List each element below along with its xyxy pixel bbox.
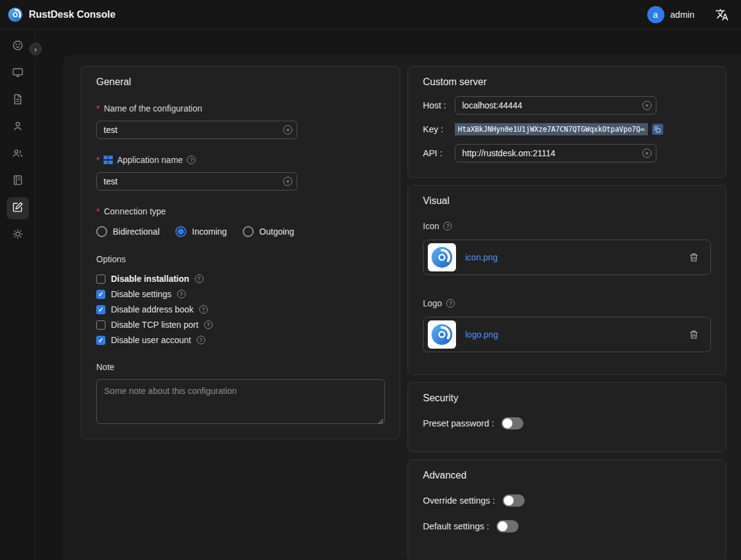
icon-label: Icon bbox=[423, 221, 439, 231]
help-icon[interactable] bbox=[195, 274, 203, 283]
checkbox-disable-user-account[interactable]: Disable user account bbox=[96, 335, 385, 345]
layout: General Name of the configuration Applic… bbox=[0, 29, 741, 560]
default-settings-label: Default settings : bbox=[423, 521, 489, 531]
avatar[interactable]: a bbox=[647, 6, 664, 23]
settings-icon bbox=[12, 228, 24, 243]
rustdesk-logo-icon bbox=[7, 7, 23, 23]
sidebar-item-users[interactable] bbox=[7, 116, 29, 138]
sidebar-item-status[interactable] bbox=[7, 36, 29, 58]
logo-label-row: Logo bbox=[423, 298, 711, 308]
advanced-title: Advanced bbox=[423, 470, 711, 481]
right-column: Custom server Host : Key : HtaXBkJNHyn0e… bbox=[408, 66, 726, 560]
note-wrap bbox=[96, 379, 385, 424]
radio-incoming[interactable]: Incoming bbox=[175, 226, 227, 237]
visual-title: Visual bbox=[423, 195, 711, 206]
checkbox[interactable] bbox=[96, 274, 105, 284]
username: admin bbox=[671, 10, 695, 20]
host-input[interactable] bbox=[455, 96, 656, 115]
config-name-label-row: Name of the configuration bbox=[96, 104, 385, 113]
app-name-input-wrap bbox=[96, 172, 297, 191]
general-title: General bbox=[96, 77, 385, 88]
default-settings-toggle[interactable] bbox=[496, 520, 519, 532]
server-key-value[interactable]: HtaXBkJNHyn0e1U1jWXze7A7CN7QTGWqxkOtpaVp… bbox=[455, 123, 648, 135]
security-card: Security Preset password : bbox=[408, 382, 726, 452]
header: RustDesk Console a admin bbox=[0, 0, 741, 29]
config-name-input[interactable] bbox=[96, 121, 297, 139]
groups-icon bbox=[12, 147, 24, 162]
connection-type-label: Connection type bbox=[104, 206, 165, 216]
app-name-label: Application name bbox=[117, 155, 183, 165]
help-icon[interactable] bbox=[187, 156, 196, 164]
radio-bidirectional[interactable]: Bidirectional bbox=[96, 226, 159, 237]
sidebar-item-custom-client[interactable] bbox=[7, 197, 29, 219]
config-name-label: Name of the configuration bbox=[104, 104, 202, 113]
translate-icon[interactable] bbox=[715, 8, 729, 21]
toggle-knob bbox=[504, 496, 514, 505]
host-label: Host : bbox=[423, 100, 452, 110]
checkbox-disable-address-book[interactable]: Disable address book bbox=[96, 305, 385, 314]
help-icon[interactable] bbox=[197, 336, 205, 344]
clear-icon[interactable] bbox=[283, 126, 292, 135]
checkbox[interactable] bbox=[96, 290, 105, 299]
default-settings-row: Default settings : bbox=[423, 520, 711, 532]
icon-label-row: Icon bbox=[423, 221, 711, 231]
sidebar-expand-button[interactable] bbox=[29, 43, 42, 55]
documents-icon bbox=[12, 93, 24, 108]
help-icon[interactable] bbox=[199, 305, 208, 314]
logs-icon bbox=[12, 174, 24, 189]
custom-client-icon bbox=[12, 201, 24, 216]
required-asterisk bbox=[96, 155, 99, 165]
override-settings-label: Override settings : bbox=[423, 496, 495, 505]
sidebar-item-settings[interactable] bbox=[7, 224, 29, 246]
sidebar-item-groups[interactable] bbox=[7, 143, 29, 165]
override-settings-toggle[interactable] bbox=[503, 494, 525, 507]
config-name-input-wrap bbox=[96, 121, 297, 139]
clear-icon[interactable] bbox=[642, 149, 652, 158]
radio-outgoing[interactable]: Outgoing bbox=[243, 226, 294, 237]
logo-label: Logo bbox=[423, 298, 442, 308]
sidebar-item-documents[interactable] bbox=[7, 89, 29, 112]
logo-file-link[interactable]: logo.png bbox=[465, 330, 498, 339]
checkbox-disable-installation[interactable]: Disable installation bbox=[96, 274, 385, 284]
api-input[interactable] bbox=[455, 144, 656, 162]
icon-file-link[interactable]: icon.png bbox=[465, 252, 498, 262]
resize-grip-icon[interactable] bbox=[377, 415, 383, 422]
security-title: Security bbox=[423, 393, 711, 404]
note-textarea[interactable] bbox=[96, 379, 385, 424]
options-group: Disable installation Disable settings Di… bbox=[96, 274, 385, 345]
preset-password-toggle[interactable] bbox=[501, 417, 523, 429]
custom-server-card: Custom server Host : Key : HtaXBkJNHyn0e… bbox=[408, 66, 726, 178]
checkbox[interactable] bbox=[96, 305, 105, 314]
radio-circle[interactable] bbox=[243, 226, 254, 237]
checkbox-disable-settings[interactable]: Disable settings bbox=[96, 289, 385, 299]
sidebar-item-logs[interactable] bbox=[7, 170, 29, 192]
trash-icon[interactable] bbox=[688, 252, 699, 263]
trash-icon[interactable] bbox=[688, 329, 699, 340]
user-icon bbox=[12, 120, 24, 135]
help-icon[interactable] bbox=[204, 320, 213, 329]
connection-type-group: Bidirectional Incoming Outgoing bbox=[96, 226, 385, 237]
custom-server-title: Custom server bbox=[423, 77, 711, 88]
app-name-input[interactable] bbox=[96, 172, 297, 191]
override-settings-row: Override settings : bbox=[423, 494, 711, 507]
radio-circle[interactable] bbox=[175, 226, 186, 237]
main: General Name of the configuration Applic… bbox=[36, 29, 741, 560]
sidebar-item-devices[interactable] bbox=[7, 62, 29, 85]
api-row: API : bbox=[423, 144, 711, 162]
checkbox[interactable] bbox=[96, 336, 105, 345]
copy-icon[interactable] bbox=[652, 124, 663, 135]
host-row: Host : bbox=[423, 96, 711, 115]
logo-preview bbox=[428, 320, 456, 349]
icon-file-box: icon.png bbox=[423, 240, 711, 275]
note-label: Note bbox=[96, 362, 385, 372]
help-icon[interactable] bbox=[446, 299, 455, 308]
checkbox-disable-tcp-listen-port[interactable]: Disable TCP listen port bbox=[96, 320, 385, 330]
radio-circle[interactable] bbox=[96, 226, 107, 237]
help-icon[interactable] bbox=[443, 222, 452, 230]
checkbox[interactable] bbox=[96, 320, 105, 330]
clear-icon[interactable] bbox=[642, 101, 652, 110]
header-right: a admin bbox=[647, 6, 729, 23]
help-icon[interactable] bbox=[177, 290, 186, 298]
advanced-card: Advanced Override settings : Default set… bbox=[408, 460, 726, 560]
clear-icon[interactable] bbox=[283, 177, 292, 186]
